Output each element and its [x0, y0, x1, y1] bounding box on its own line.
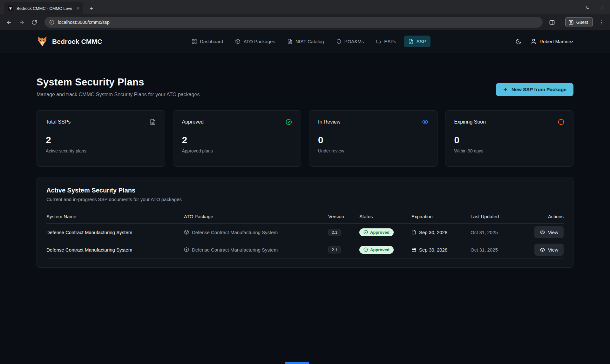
cell-last-updated: Oct 31, 2025 — [471, 230, 531, 235]
user-menu[interactable]: Robert Martinez — [531, 38, 573, 44]
nav-label: ESPs — [384, 39, 396, 44]
tab-strip: Bedrock CMMC - CMMC Level — [0, 0, 610, 14]
col-status: Status — [359, 214, 411, 219]
new-ssp-button-label: New SSP from Package — [512, 87, 566, 92]
stat-card-expiring-soon: Expiring Soon 0 Within 90 days — [445, 110, 574, 167]
app-header: Bedrock CMMC Dashboard ATO Packages NIST… — [0, 30, 610, 53]
file-check-icon — [408, 39, 414, 44]
new-ssp-button[interactable]: New SSP from Package — [496, 83, 573, 96]
brand-name: Bedrock CMMC — [52, 38, 102, 45]
col-last-updated: Last Updated — [471, 214, 531, 219]
table-row: Defense Contract Manufacturing System De… — [46, 224, 564, 241]
nav-label: Dashboard — [200, 39, 223, 44]
stat-label: Expiring Soon — [454, 119, 486, 125]
tab-favicon-icon — [8, 5, 13, 11]
table-header-row: System Name ATO Package Version Status E… — [46, 210, 564, 224]
guest-profile-button[interactable]: Guest — [565, 17, 593, 27]
package-icon — [184, 247, 189, 252]
browser-toolbar: localhost:3000/cmmc/ssp Guest — [0, 14, 610, 30]
toolbar-right: Guest — [547, 17, 607, 27]
minimize-button[interactable] — [565, 0, 580, 14]
shield-icon — [336, 39, 342, 44]
calendar-icon — [411, 247, 416, 252]
header-right: Robert Martinez — [515, 38, 573, 45]
nav-label: POA&Ms — [344, 39, 364, 44]
url-bar[interactable]: localhost:3000/cmmc/ssp — [44, 17, 543, 28]
stats-row: Total SSPs 2 Active security plans Appro… — [37, 110, 573, 167]
nav-item-nist-catalog[interactable]: NIST Catalog — [283, 36, 329, 47]
version-badge: 2.1 — [328, 229, 341, 236]
cell-system-name: Defense Contract Manufacturing System — [46, 247, 184, 253]
stat-caption: Active security plans — [46, 148, 156, 153]
nav-label: SSP — [417, 39, 426, 44]
nav-label: ATO Packages — [243, 39, 275, 44]
table-row: Defense Contract Manufacturing System De… — [46, 241, 564, 259]
brand[interactable]: Bedrock CMMC — [37, 36, 102, 47]
cell-expiration: Sep 30, 2028 — [419, 247, 447, 253]
nav-item-esps[interactable]: ESPs — [371, 36, 401, 47]
cell-expiration: Sep 30, 2028 — [419, 230, 447, 235]
col-actions: Actions — [531, 214, 564, 219]
guest-avatar-icon — [568, 20, 574, 25]
table-title: Active System Security Plans — [46, 187, 564, 194]
view-button[interactable]: View — [534, 226, 564, 238]
col-ato-package: ATO Package — [184, 214, 328, 219]
plus-icon — [503, 87, 508, 92]
tab-close-icon[interactable] — [75, 5, 81, 11]
stat-label: In Review — [318, 119, 340, 125]
stat-caption: Within 90 days — [454, 148, 565, 153]
cell-ato-package: Defense Contract Manufacturing System — [192, 230, 278, 235]
eye-icon — [540, 247, 545, 253]
nav-item-ssp[interactable]: SSP — [404, 36, 430, 47]
refresh-button[interactable] — [29, 17, 40, 28]
stat-caption: Under review — [318, 148, 428, 153]
forward-button[interactable] — [16, 17, 27, 28]
check-circle-icon — [286, 119, 292, 125]
side-panel-icon[interactable] — [547, 17, 557, 27]
eye-icon — [540, 230, 545, 235]
status-badge: Approved — [359, 246, 394, 254]
stat-label: Total SSPs — [46, 119, 71, 125]
stat-card-approved: Approved 2 Approved plans — [173, 110, 302, 167]
close-button[interactable] — [595, 0, 610, 14]
nav-item-ato-packages[interactable]: ATO Packages — [231, 36, 280, 47]
maximize-button[interactable] — [580, 0, 595, 14]
cell-system-name: Defense Contract Manufacturing System — [46, 230, 184, 235]
check-circle-icon — [363, 230, 368, 234]
cloud-icon — [376, 39, 381, 44]
stat-value: 2 — [46, 135, 156, 145]
nav-label: NIST Catalog — [295, 39, 324, 44]
new-tab-button[interactable] — [86, 3, 96, 13]
view-button[interactable]: View — [534, 244, 564, 256]
grid-icon — [192, 39, 197, 44]
stat-card-in-review: In Review 0 Under review — [309, 110, 437, 167]
tab-title: Bedrock CMMC - CMMC Level — [17, 6, 72, 11]
cell-last-updated: Oct 31, 2025 — [471, 247, 531, 253]
main-nav: Dashboard ATO Packages NIST Catalog POA&… — [187, 36, 430, 47]
ssp-table: System Name ATO Package Version Status E… — [46, 210, 564, 259]
col-expiration: Expiration — [411, 214, 471, 219]
page-title: System Security Plans — [37, 77, 200, 88]
table-subtitle: Current and in-progress SSP documents fo… — [46, 197, 564, 202]
taskbar-indicator — [285, 362, 309, 364]
browser-tab[interactable]: Bedrock CMMC - CMMC Level — [4, 2, 83, 14]
main-content: System Security Plans Manage and track C… — [0, 53, 610, 268]
nav-item-dashboard[interactable]: Dashboard — [187, 36, 227, 47]
window-controls — [565, 0, 610, 14]
file-icon — [150, 119, 156, 125]
fox-logo-icon — [37, 36, 48, 47]
view-button-label: View — [548, 230, 558, 235]
toolbar-divider — [561, 19, 561, 26]
browser-menu-icon[interactable] — [597, 18, 606, 27]
back-button[interactable] — [3, 17, 15, 28]
site-info-icon[interactable] — [49, 20, 54, 25]
dark-mode-toggle-icon[interactable] — [515, 38, 522, 45]
col-version: Version — [328, 214, 359, 219]
nav-item-poams[interactable]: POA&Ms — [332, 36, 369, 47]
url-text: localhost:3000/cmmc/ssp — [58, 20, 110, 25]
package-icon — [235, 39, 241, 44]
stat-caption: Approved plans — [182, 148, 292, 153]
document-icon — [287, 39, 293, 44]
alert-circle-icon — [558, 119, 564, 125]
status-badge: Approved — [359, 228, 394, 236]
